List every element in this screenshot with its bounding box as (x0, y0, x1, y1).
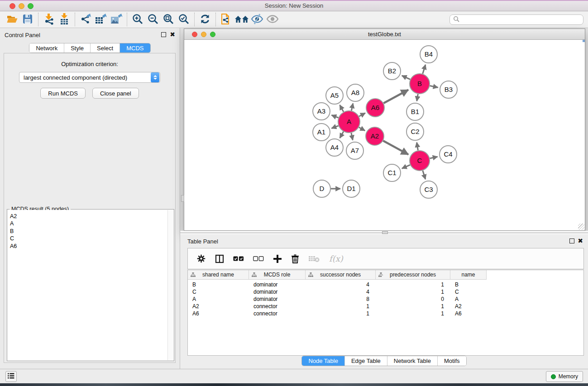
save-session-button[interactable] (20, 13, 35, 26)
result-item[interactable]: C (10, 235, 173, 242)
graph-edge-A-A3[interactable] (331, 115, 338, 118)
table-row[interactable]: A6connector11A6 (188, 310, 583, 317)
column-header-name[interactable]: name (450, 270, 487, 280)
scrollbar-track[interactable] (167, 210, 173, 360)
graph-edge-B-B1[interactable] (417, 94, 418, 101)
table-row[interactable]: Adominator80A (188, 295, 583, 303)
export-image-button[interactable] (109, 13, 124, 26)
result-item[interactable]: A (10, 220, 173, 227)
search-input[interactable] (462, 15, 583, 24)
graph-node-label: C3 (424, 186, 433, 193)
graph-edge-C-C1[interactable] (402, 165, 410, 168)
scroll-corner (583, 40, 585, 42)
horizontal-splitter[interactable] (180, 231, 588, 234)
zoom-fit-button[interactable] (161, 13, 176, 26)
network-canvas[interactable]: B4B2BB3A5A8A6B1A3AA1C2A2A4A7C4CC1C3DD1 (184, 40, 585, 230)
close-network-window-button[interactable] (192, 32, 197, 37)
minimize-network-window-button[interactable] (201, 32, 206, 37)
search-field[interactable] (449, 14, 583, 25)
table-row[interactable]: A2connector11A2 (188, 303, 583, 310)
graph-edge-C-C4[interactable] (430, 157, 437, 158)
float-panel-icon[interactable] (161, 32, 166, 37)
tab-node-table[interactable]: Node Table (302, 356, 345, 366)
zoom-network-window-button[interactable] (210, 32, 215, 37)
node-table-header: shared name MCDS role successor nodes pr… (188, 270, 583, 280)
graph-edge-A-A2[interactable] (359, 127, 365, 131)
import-table-button[interactable] (57, 13, 72, 26)
close-panel-icon[interactable]: ✖ (169, 31, 176, 38)
graph-edge-A-A6[interactable] (359, 113, 365, 116)
graph-edge-A-A1[interactable] (331, 126, 338, 129)
hide-selected-button[interactable] (249, 13, 265, 26)
apply-layout-button[interactable] (197, 13, 213, 26)
mcds-result-list[interactable]: A2 A B C A6 (8, 210, 173, 360)
column-header-successor-nodes[interactable]: successor nodes (306, 270, 376, 280)
graph-edge-A-A8[interactable] (351, 103, 353, 110)
window-resize-grip[interactable] (578, 224, 584, 230)
show-columns-button[interactable] (215, 254, 224, 263)
column-header-mcds-role[interactable]: MCDS role (249, 270, 306, 280)
first-neighbors-button[interactable] (234, 13, 249, 26)
delete-table-button[interactable] (308, 255, 320, 263)
add-column-button[interactable] (273, 254, 282, 263)
result-item[interactable]: B (10, 228, 173, 235)
graph-edge-A6-B[interactable] (383, 90, 408, 103)
tab-edge-table[interactable]: Edge Table (345, 356, 387, 366)
optimization-criterion-select[interactable]: largest connected component (directed) (19, 72, 160, 83)
graph-edge-B-B3[interactable] (430, 86, 438, 88)
select-all-button[interactable] (233, 256, 244, 262)
tab-mcds[interactable]: MCDS (120, 43, 150, 52)
column-header-shared-name[interactable]: shared name (188, 270, 249, 280)
delete-column-button[interactable] (291, 254, 299, 263)
application-window: Session: New Session (0, 0, 588, 386)
graph-edge-A2-C[interactable] (383, 141, 408, 154)
network-graph[interactable]: B4B2BB3A5A8A6B1A3AA1C2A2A4A7C4CC1C3DD1 (184, 40, 585, 230)
graph-edge-A-A7[interactable] (351, 133, 353, 140)
table-settings-button[interactable] (196, 254, 206, 263)
export-network-icon (79, 13, 92, 27)
table-cell: 0 (376, 296, 450, 302)
tab-network-table[interactable]: Network Table (387, 356, 438, 366)
graph-node-label: B2 (388, 67, 396, 75)
graph-edge-B-B2[interactable] (402, 76, 410, 79)
eye-slash-icon (250, 13, 264, 26)
table-cell: 1 (376, 289, 450, 295)
export-table-button[interactable] (93, 13, 109, 26)
zoom-in-button[interactable] (130, 13, 145, 26)
panel-resize-handle[interactable] (181, 195, 184, 202)
table-row[interactable]: Cdominator41C (188, 288, 583, 295)
show-panel-list-button[interactable] (5, 371, 17, 382)
column-type-icon (252, 272, 257, 279)
memory-button[interactable]: Memory (546, 371, 583, 382)
graph-node-label: C1 (387, 169, 396, 176)
result-item[interactable]: A2 (10, 213, 173, 220)
close-panel-icon[interactable]: ✖ (577, 237, 583, 244)
float-panel-icon[interactable] (569, 238, 574, 243)
graph-edge-A-A4[interactable] (340, 132, 344, 138)
new-network-from-selection-button[interactable] (219, 13, 234, 26)
deselect-all-button[interactable] (253, 256, 264, 262)
tab-network[interactable]: Network (29, 43, 64, 52)
tab-motifs[interactable]: Motifs (438, 356, 466, 366)
graph-edge-B-B4[interactable] (423, 65, 425, 74)
export-network-button[interactable] (78, 13, 93, 26)
column-type-icon (308, 272, 313, 279)
graph-edge-C-C2[interactable] (417, 143, 418, 151)
open-session-button[interactable] (5, 13, 20, 26)
show-all-button[interactable] (265, 13, 280, 26)
graph-node-label: B (417, 80, 422, 87)
graph-edge-C-C3[interactable] (423, 171, 425, 179)
table-row[interactable]: Bdominator41B (188, 281, 583, 288)
splitter-grip[interactable] (382, 231, 388, 234)
zoom-selected-button[interactable] (176, 13, 191, 26)
column-header-predecessor-nodes[interactable]: predecessor nodes (376, 270, 450, 280)
result-item[interactable]: A6 (10, 243, 173, 250)
import-network-button[interactable] (41, 13, 57, 26)
tab-select[interactable]: Select (91, 43, 120, 52)
run-mcds-button[interactable]: Run MCDS (40, 88, 86, 99)
zoom-out-button[interactable] (145, 13, 161, 26)
tab-style[interactable]: Style (64, 43, 91, 52)
graph-edge-A-A5[interactable] (340, 105, 344, 112)
function-builder-button[interactable]: f(x) (329, 254, 343, 263)
close-panel-button[interactable]: Close panel (92, 88, 139, 99)
